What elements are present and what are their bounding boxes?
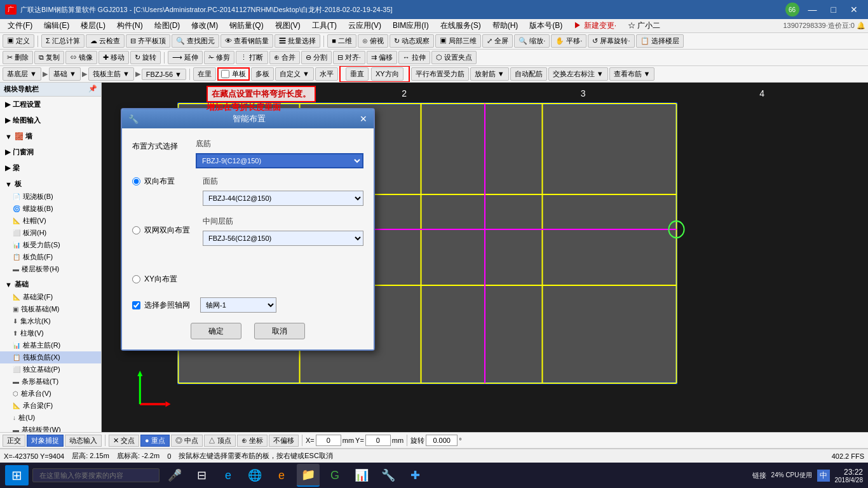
sidebar-item-pile-main-rebar[interactable]: 📊桩基主筋(R) [0,339,101,351]
sidebar-item-foundation-beam[interactable]: 📐基础梁(F) [0,291,101,303]
menu-cloud[interactable]: 云应用(V) [343,19,386,32]
tb-merge[interactable]: ⊕ 合并 [269,51,300,64]
tb-foundation[interactable]: 基础 ▼ [49,67,81,81]
tb-vertex[interactable]: △ 顶点 [204,435,236,447]
confirm-button[interactable]: 确定 [191,323,241,339]
sidebar-item-slab-rebar-f[interactable]: 📋板负筋(F) [0,251,101,263]
menu-edit[interactable]: 编辑(E) [39,19,74,32]
sidebar-pin[interactable]: 📌 [88,85,97,94]
sidebar-item-cast-slab[interactable]: 📄现浇板(B) [0,191,101,203]
sidebar-item-foundation-band[interactable]: ▬基础板带(W) [0,424,101,432]
tb-placeholder1[interactable]: 在里 [193,67,216,81]
tb-vertical[interactable]: 垂直 [346,67,369,81]
sidebar-item-cap-beam[interactable]: 📐承台梁(F) [0,400,101,412]
maximize-button[interactable]: □ [826,3,841,17]
tb-2d[interactable]: ■ 二维 [327,34,356,48]
tb-align-top[interactable]: ⊟ 齐平板顶 [126,34,170,48]
radio-double-bidirectional[interactable]: 双网双向布置 [132,225,190,236]
tb-custom[interactable]: 自定义 ▼ [275,67,314,81]
sidebar-item-column-pier[interactable]: ⬆柱墩(V) [0,327,101,339]
menu-draw[interactable]: 绘图(D) [149,19,186,32]
tb-trim[interactable]: ✁ 修剪 [204,51,234,64]
tb-offset[interactable]: ⇉ 偏移 [367,51,397,64]
tb-no-offset[interactable]: 不偏移 [269,435,299,447]
tb-midpoint[interactable]: ● 重点 [140,435,170,447]
section-title-door[interactable]: ▶ 门窗洞 [0,146,101,159]
tb-multi-plate[interactable]: 多板 [251,67,274,81]
menu-component[interactable]: 构件(N) [112,19,148,32]
tb-pan[interactable]: ✋ 平移· [551,34,587,48]
tb-align[interactable]: ⊟ 对齐· [333,51,365,64]
sidebar-item-isolated-foundation[interactable]: ⬜独立基础(P) [0,363,101,376]
menu-floor[interactable]: 楼层(L) [76,19,111,32]
taskbar-mic-icon[interactable]: 🎤 [163,464,186,487]
section-title-project[interactable]: ▶ 工程设置 [0,98,101,111]
menu-online[interactable]: 在线服务(S) [435,19,486,32]
section-title-wall[interactable]: ▼ 🧱 墙 [0,130,101,143]
tb-xy-direction[interactable]: XY方向 [371,67,403,81]
tb-rotate[interactable]: ↻ 旋转 [130,51,161,64]
tb-local-3d[interactable]: ▣ 局部三维 [435,34,481,48]
section-title-draw[interactable]: ▶ 绘图输入 [0,114,101,127]
sidebar-item-floor-band[interactable]: ▬楼层板带(H) [0,263,101,275]
section-title-foundation[interactable]: ▼ 基础 [0,278,101,291]
tb-center[interactable]: ◎ 中点 [171,435,203,447]
sidebar-item-mat-neg-rebar[interactable]: 📋筏板负筋(X) [0,351,101,363]
tb-view-rebar[interactable]: 👁 查看钢筋量 [220,34,273,48]
tb-move[interactable]: ✚ 移动 [98,51,129,64]
tb-delete[interactable]: ✂ 删除 [3,51,33,64]
middle-rebar-select[interactable]: FBZJ-56(C12@150) [203,231,363,246]
tb-coordinate[interactable]: ⊕ 坐标 [237,435,268,447]
menu-bim[interactable]: BIM应用(I) [388,19,434,32]
radio-bidirectional[interactable]: 双向布置 [132,176,190,187]
minimize-button[interactable]: — [803,3,822,17]
tb-stretch[interactable]: ↔ 拉伸 [398,51,430,64]
menu-modify[interactable]: 修改(M) [186,19,223,32]
tb-define[interactable]: ▣ 定义 [3,34,34,48]
tb-cloud-check[interactable]: ☁ 云检查 [86,34,125,48]
tb-orthogonal[interactable]: 正交 [3,435,25,447]
taskbar-orange-app[interactable]: 📊 [350,464,373,487]
menu-tools[interactable]: 工具(T) [307,19,342,32]
tb-base-layer[interactable]: 基底层 ▼ [3,67,41,81]
menu-rebar[interactable]: 钢筋量(Q) [224,19,268,32]
tb-auto-rebar[interactable]: 自动配筋 [510,67,547,81]
cancel-button[interactable]: 取消 [254,323,305,339]
tb-batch-select[interactable]: ☰ 批量选择 [275,34,320,48]
tb-copy[interactable]: ⧉ 复制 [34,51,64,64]
tb-calculate[interactable]: Σ 汇总计算 [41,34,85,48]
sidebar-item-strip-foundation[interactable]: ▬条形基础(T) [0,376,101,388]
tb-fbzj56[interactable]: FBZJ-56 ▼ [142,69,186,80]
taskbar-edge[interactable]: e [217,464,240,487]
face-rebar-select[interactable]: FBZJ-44(C12@150) [203,191,363,206]
tb-swap-label[interactable]: 交换左右标注 ▼ [548,67,608,81]
tb-dynamic-view[interactable]: ↻ 动态观察 [390,34,434,48]
taskbar-browser2[interactable]: e [270,464,293,487]
tb-intersection[interactable]: ✕ 交点 [109,435,139,447]
tb-zoom[interactable]: 🔍 缩放· [514,34,550,48]
menu-file[interactable]: 文件(F) [3,19,37,32]
sidebar-item-pile[interactable]: ↓桩(U) [0,412,101,424]
sidebar-item-sump[interactable]: ⬇集水坑(K) [0,315,101,327]
tb-set-grip[interactable]: ⬡ 设置夹点 [431,51,477,64]
single-plate-checkbox[interactable] [221,70,229,78]
tb-rotate-screen[interactable]: ↺ 屏幕旋转· [588,34,634,48]
tb-horizontal[interactable]: 水平 [315,67,338,81]
sidebar-item-spiral-slab[interactable]: 🌀螺旋板(B) [0,203,101,215]
rotate-input[interactable] [426,435,458,446]
sidebar-item-pile-cap[interactable]: ⬡桩承台(V) [0,388,101,400]
bottom-rebar-select[interactable]: FBZJ-9(C12@150) [196,153,363,168]
tb-extend[interactable]: ⟶ 延伸 [168,51,203,64]
tb-radial[interactable]: 放射筋 ▼ [470,67,509,81]
x-input[interactable] [316,435,341,446]
sidebar-item-mat-foundation[interactable]: ▣筏板基础(M) [0,303,101,315]
tb-object-snap[interactable]: 对象捕捉 [27,435,64,447]
tb-plate-main[interactable]: 筏板主筋 ▼ [88,67,134,81]
radio-double-input[interactable] [132,226,140,234]
section-title-plate[interactable]: ▼ 板 [0,177,101,191]
menu-view[interactable]: 视图(V) [270,19,306,32]
tb-break[interactable]: ⋮ 打断 [236,51,268,64]
menu-guangxiao[interactable]: ☆ 广小二 [623,19,665,32]
y-input[interactable] [365,435,391,446]
radio-xy[interactable]: XY向布置 [132,274,190,285]
